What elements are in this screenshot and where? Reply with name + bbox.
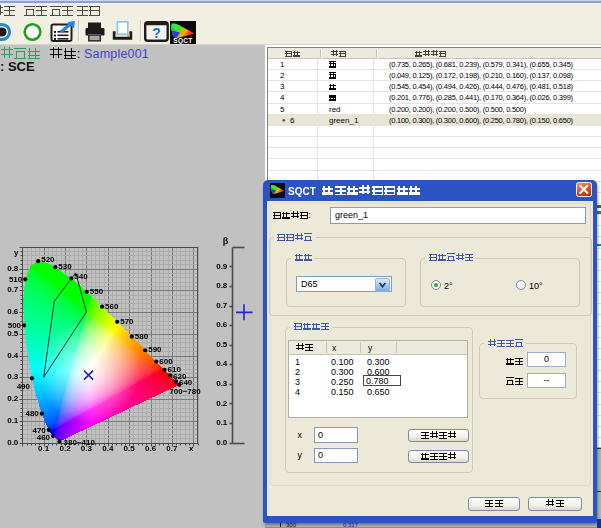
svg-text:SQCT: SQCT xyxy=(173,37,192,44)
svg-text:?: ? xyxy=(152,25,161,41)
